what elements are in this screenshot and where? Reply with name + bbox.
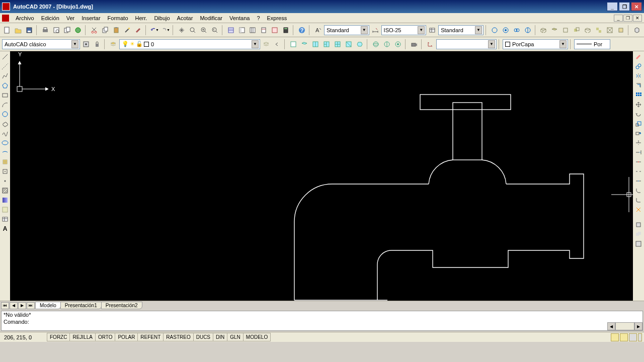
rotate-icon[interactable]	[634, 110, 643, 119]
layer-manager-icon[interactable]	[108, 39, 118, 49]
tab-presentacion1[interactable]: Presentación1	[60, 302, 102, 309]
viewport-poly-icon[interactable]	[299, 39, 309, 49]
menu-express[interactable]: Express	[264, 14, 291, 22]
save-icon[interactable]	[24, 25, 34, 35]
doc-restore-button[interactable]: ❐	[623, 15, 632, 22]
status-rejilla[interactable]: REJILLA	[69, 333, 95, 341]
tab-modelo[interactable]: Modelo	[35, 302, 61, 309]
3dorbit-icon[interactable]	[371, 39, 381, 49]
undo-icon[interactable]: ▼	[149, 25, 159, 35]
make-block-icon[interactable]	[1, 167, 10, 176]
scale-icon[interactable]	[634, 119, 643, 128]
circle1-icon[interactable]	[490, 25, 500, 35]
workspace-lock-icon[interactable]	[92, 39, 102, 49]
status-modelo[interactable]: MODELO	[243, 333, 271, 341]
circle3-icon[interactable]	[512, 25, 522, 35]
tray-icon-1[interactable]	[611, 333, 619, 341]
new-icon[interactable]	[2, 25, 12, 35]
break-icon[interactable]	[634, 167, 643, 176]
extend-icon[interactable]	[634, 148, 643, 157]
menu-acotar[interactable]: Acotar	[174, 14, 197, 22]
coordinates-display[interactable]: 206, 215, 0	[2, 334, 47, 340]
scroll-track[interactable]	[615, 322, 634, 330]
layer-states-icon[interactable]	[261, 39, 271, 49]
stretch-icon[interactable]	[634, 129, 643, 138]
menu-help[interactable]: ?	[253, 14, 263, 22]
paintbrush-icon[interactable]	[133, 25, 143, 35]
box1-icon[interactable]	[539, 25, 549, 35]
menu-ver[interactable]: Ver	[63, 14, 78, 22]
menu-modificar[interactable]: Modificar	[196, 14, 226, 22]
zoom-realtime-icon[interactable]	[188, 25, 198, 35]
box3-icon[interactable]	[560, 25, 571, 35]
color-combo[interactable]: PorCapa▼	[503, 39, 568, 49]
spline-icon[interactable]	[1, 129, 10, 138]
r-box2-icon[interactable]	[634, 230, 643, 239]
ellipse-arc-icon[interactable]	[1, 148, 10, 157]
circle2-icon[interactable]	[501, 25, 511, 35]
open-icon[interactable]	[13, 25, 23, 35]
box6-icon[interactable]	[594, 25, 604, 35]
menu-formato[interactable]: Formato	[104, 14, 132, 22]
arc-icon[interactable]	[1, 100, 10, 109]
dimstyle-icon[interactable]	[370, 25, 380, 35]
ellipse-icon[interactable]	[1, 138, 10, 147]
viewport-clip-icon[interactable]	[344, 39, 354, 49]
3dorbit2-icon[interactable]	[382, 39, 392, 49]
publish-icon[interactable]	[62, 25, 72, 35]
array-icon[interactable]	[634, 90, 643, 100]
gradient-icon[interactable]	[1, 196, 10, 205]
print-icon[interactable]	[40, 25, 50, 35]
tab-presentacion2[interactable]: Presentación2	[101, 302, 142, 309]
revision-cloud-icon[interactable]	[1, 119, 10, 128]
tray-icon-2[interactable]	[620, 333, 628, 341]
r-box1-icon[interactable]	[634, 220, 643, 229]
tab-first-button[interactable]: ⏮	[1, 302, 9, 309]
viewport-3v-icon[interactable]	[321, 39, 332, 49]
box7-icon[interactable]	[605, 25, 615, 35]
insert-block-icon[interactable]	[1, 157, 10, 166]
text-style-combo[interactable]: Standard▼	[324, 25, 369, 35]
hatch-icon[interactable]	[1, 186, 10, 195]
menu-edicion[interactable]: Edición	[38, 14, 63, 22]
3d-icon[interactable]	[632, 25, 642, 35]
box8-icon[interactable]	[616, 25, 626, 35]
tab-next-button[interactable]: ▶	[18, 302, 26, 309]
3dorbit3-icon[interactable]	[393, 39, 403, 49]
status-polar[interactable]: POLAR	[115, 333, 138, 341]
circle4-icon[interactable]	[523, 25, 533, 35]
tab-last-button[interactable]: ⏭	[27, 302, 35, 309]
polyline-icon[interactable]	[1, 71, 10, 80]
explode-icon[interactable]	[634, 205, 643, 214]
region-icon[interactable]	[1, 205, 10, 214]
polygon-icon[interactable]	[1, 81, 10, 90]
trim-icon[interactable]	[634, 138, 643, 147]
tablestyle-icon[interactable]	[427, 25, 437, 35]
tray-icon-4[interactable]	[638, 333, 642, 341]
menu-ventana[interactable]: Ventana	[226, 14, 253, 22]
box4-icon[interactable]	[572, 25, 582, 35]
pan-icon[interactable]	[177, 25, 187, 35]
status-refent[interactable]: REFENT	[137, 333, 164, 341]
r-box3-icon[interactable]	[634, 239, 643, 248]
menu-herr[interactable]: Herr.	[132, 14, 151, 22]
break-point-icon[interactable]	[634, 157, 643, 166]
join-icon[interactable]	[634, 176, 643, 186]
workspace-combo[interactable]: AutoCAD clásico▼	[2, 39, 80, 49]
minimize-button[interactable]: _	[607, 2, 618, 11]
design-center-icon[interactable]	[237, 25, 247, 35]
copy-obj-icon[interactable]	[634, 62, 643, 71]
status-forzc[interactable]: FORZC	[47, 333, 70, 341]
mtext-icon[interactable]: A	[1, 224, 10, 233]
copy-icon[interactable]	[100, 25, 110, 35]
doc-close-button[interactable]: ✕	[633, 15, 642, 22]
status-ducs[interactable]: DUCS	[193, 333, 213, 341]
mirror-icon[interactable]	[634, 71, 643, 80]
dim-style-combo[interactable]: ISO-25▼	[381, 25, 427, 35]
box2-icon[interactable]	[549, 25, 559, 35]
menu-insertar[interactable]: Insertar	[78, 14, 104, 22]
layer-previous-icon[interactable]	[272, 39, 282, 49]
cmd-scrollbar[interactable]: ◀ ▶	[607, 322, 642, 330]
table-style-combo[interactable]: Standard▼	[438, 25, 484, 35]
viewport-single-icon[interactable]	[288, 39, 298, 49]
